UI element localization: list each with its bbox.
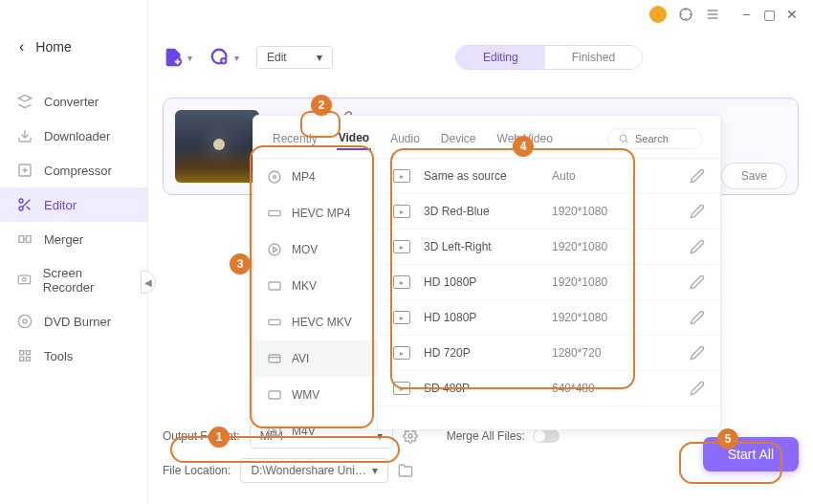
preset-edit-icon[interactable] <box>690 239 705 254</box>
format-item-wmv[interactable]: WMV <box>253 377 377 413</box>
sidebar-item-label: Compressor <box>44 164 112 178</box>
format-item-hevc-mp4[interactable]: HEVC MP4 <box>253 195 377 231</box>
sidebar-item-downloader[interactable]: Downloader <box>0 119 147 153</box>
sidebar-item-converter[interactable]: Converter <box>0 84 147 119</box>
search-input[interactable] <box>635 133 692 144</box>
preset-item[interactable]: ▸3D Left-Right1920*1080 <box>378 230 720 265</box>
status-segmented: Editing Finished <box>455 45 643 70</box>
format-search[interactable] <box>607 128 703 149</box>
sidebar-item-merger[interactable]: Merger <box>0 222 147 256</box>
svg-point-7 <box>19 207 23 210</box>
preset-edit-icon[interactable] <box>690 381 705 396</box>
svg-rect-37 <box>269 355 280 362</box>
downloader-icon <box>17 128 33 143</box>
sidebar-item-screen-recorder[interactable]: Screen Recorder <box>0 256 147 304</box>
edit-dropdown[interactable]: Edit ▾ <box>256 46 333 69</box>
svg-marker-34 <box>274 247 277 252</box>
editor-icon <box>17 197 33 212</box>
preset-item[interactable]: ▸HD 1080P1920*1080 <box>378 300 720 336</box>
preset-edit-icon[interactable] <box>690 168 705 184</box>
preset-item[interactable]: ▸SD 480P640*480 <box>378 371 720 406</box>
sidebar-item-dvd-burner[interactable]: DVD Burner <box>0 304 147 339</box>
support-icon[interactable] <box>678 7 693 22</box>
sidebar-item-compressor[interactable]: Compressor <box>0 153 147 187</box>
caret-down-icon: ▾ <box>187 53 192 63</box>
tab-audio[interactable]: Audio <box>388 128 422 149</box>
preset-icon: ▸ <box>393 311 410 324</box>
format-label: M4V <box>292 425 316 436</box>
tab-device[interactable]: Device <box>439 128 478 149</box>
format-item-avi[interactable]: AVI <box>253 340 377 377</box>
format-popover: Recently Video Audio Device Web Video MP… <box>253 115 721 430</box>
svg-line-9 <box>27 207 31 210</box>
format-icon <box>267 169 282 185</box>
seg-finished[interactable]: Finished <box>545 46 642 69</box>
caret-down-icon: ▾ <box>372 464 378 477</box>
format-icon <box>267 315 282 330</box>
preset-res: 1920*1080 <box>552 240 676 253</box>
format-item-mov[interactable]: MOV <box>253 231 377 268</box>
add-web-button[interactable]: ▾ <box>209 47 239 68</box>
video-thumbnail[interactable] <box>175 110 259 183</box>
format-item-hevc-mkv[interactable]: HEVC MKV <box>253 304 377 340</box>
close-button[interactable]: ✕ <box>785 8 799 21</box>
svg-rect-40 <box>269 427 280 435</box>
sidebar-item-editor[interactable]: Editor <box>0 187 147 222</box>
save-button[interactable]: Save <box>721 163 787 189</box>
preset-edit-icon[interactable] <box>690 345 705 361</box>
preset-icon: ▸ <box>393 205 410 218</box>
preset-item[interactable]: ▸HD 720P1280*720 <box>378 336 720 371</box>
format-label: AVI <box>292 352 309 365</box>
preset-edit-icon[interactable] <box>690 274 705 290</box>
svg-point-28 <box>620 135 626 142</box>
svg-marker-3 <box>18 95 31 101</box>
preset-item[interactable]: ▸HD 1080P1920*1080 <box>378 265 720 300</box>
tab-recently[interactable]: Recently <box>271 128 319 149</box>
avatar[interactable] <box>649 6 667 23</box>
maximize-button[interactable]: ▢ <box>762 8 776 21</box>
converter-icon <box>17 94 33 109</box>
format-icon <box>267 242 282 257</box>
sidebar-item-label: Tools <box>44 349 73 363</box>
step-badge-3: 3 <box>230 253 251 274</box>
back-arrow-icon: ‹ <box>19 38 24 55</box>
preset-icon: ▸ <box>393 346 410 360</box>
preset-res: Auto <box>552 169 676 183</box>
svg-point-16 <box>23 319 27 323</box>
svg-line-29 <box>626 141 628 143</box>
format-item-m4v[interactable]: M4V <box>253 413 377 436</box>
screen-recorder-icon <box>17 273 32 288</box>
minimize-button[interactable]: − <box>739 8 753 21</box>
sidebar-collapse-button[interactable]: ◀ <box>141 271 156 294</box>
format-label: MOV <box>292 243 318 256</box>
svg-rect-32 <box>269 210 280 215</box>
open-folder-icon[interactable] <box>398 463 413 478</box>
preset-name: HD 720P <box>424 346 538 360</box>
preset-item[interactable]: ▸Same as sourceAuto <box>378 159 720 194</box>
seg-editing[interactable]: Editing <box>456 46 545 69</box>
format-icon <box>267 206 282 221</box>
file-location-dropdown[interactable]: D:\Wondershare UniConverter 1 ▾ <box>240 458 388 483</box>
svg-point-6 <box>19 199 23 203</box>
preset-edit-icon[interactable] <box>690 204 705 219</box>
add-file-button[interactable]: ▾ <box>163 47 192 68</box>
svg-rect-19 <box>20 357 24 361</box>
sidebar-item-label: Editor <box>44 198 77 212</box>
preset-icon: ▸ <box>393 382 410 395</box>
format-item-mp4[interactable]: MP4 <box>253 159 377 195</box>
menu-icon[interactable] <box>705 7 720 22</box>
preset-edit-icon[interactable] <box>690 310 705 325</box>
tab-video[interactable]: Video <box>337 127 371 150</box>
file-location-label: File Location: <box>163 464 231 477</box>
sidebar-item-label: Screen Recorder <box>43 266 130 295</box>
home-link[interactable]: ‹ Home <box>0 29 147 65</box>
preset-item[interactable]: ▸3D Red-Blue1920*1080 <box>378 194 720 230</box>
format-item-mkv[interactable]: MKV <box>253 268 377 304</box>
preset-name: SD 480P <box>424 382 538 395</box>
format-label: HEVC MKV <box>292 316 352 329</box>
sidebar-item-tools[interactable]: Tools <box>0 339 147 373</box>
sidebar: ‹ Home Converter Downloader Compressor E… <box>0 0 148 504</box>
search-icon <box>618 133 629 144</box>
format-icon <box>267 278 282 294</box>
format-list: MP4 HEVC MP4 MOV MKV HEVC MKV AVI WMV M4… <box>253 159 378 436</box>
